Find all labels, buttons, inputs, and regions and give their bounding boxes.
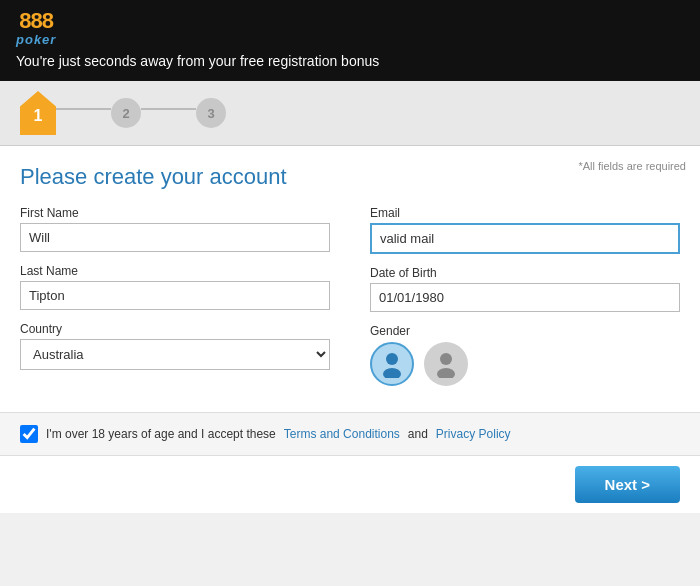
gender-label: Gender <box>370 324 680 338</box>
svg-point-2 <box>440 353 452 365</box>
logo-888-text: 888 <box>19 10 53 32</box>
form-col-left: First Name Last Name Country Australia U… <box>20 206 330 398</box>
terms-text-before: I'm over 18 years of age and I accept th… <box>46 427 276 441</box>
header: 888 poker You're just seconds away from … <box>0 0 700 81</box>
country-group: Country Australia United States United K… <box>20 322 330 370</box>
steps-bar: 1 2 3 <box>0 81 700 146</box>
form-col-right: Email Date of Birth Gender <box>370 206 680 398</box>
dob-label: Date of Birth <box>370 266 680 280</box>
step-1: 1 <box>20 91 56 135</box>
step-connector-1 <box>56 108 111 110</box>
logo-888: 888 poker <box>16 10 56 47</box>
dob-group: Date of Birth <box>370 266 680 312</box>
gender-male-icon[interactable] <box>370 342 414 386</box>
terms-checkbox[interactable] <box>20 425 38 443</box>
step-2: 2 <box>111 98 141 128</box>
svg-point-0 <box>386 353 398 365</box>
svg-point-1 <box>383 368 401 378</box>
country-select[interactable]: Australia United States United Kingdom C… <box>20 339 330 370</box>
female-silhouette <box>432 350 460 378</box>
bottom-bar: Next > <box>0 456 700 513</box>
privacy-link[interactable]: Privacy Policy <box>436 427 511 441</box>
last-name-group: Last Name <box>20 264 330 310</box>
logo-container: 888 poker <box>16 10 58 47</box>
logo-poker-text: poker <box>16 32 56 47</box>
gender-female-icon[interactable] <box>424 342 468 386</box>
first-name-group: First Name <box>20 206 330 252</box>
terms-bar: I'm over 18 years of age and I accept th… <box>0 412 700 456</box>
header-tagline: You're just seconds away from your free … <box>16 53 379 69</box>
svg-point-3 <box>437 368 455 378</box>
email-input[interactable] <box>370 223 680 254</box>
gender-row <box>370 342 680 386</box>
step-1-label: 1 <box>20 91 56 135</box>
next-button[interactable]: Next > <box>575 466 680 503</box>
email-label: Email <box>370 206 680 220</box>
terms-text-middle: and <box>408 427 428 441</box>
first-name-label: First Name <box>20 206 330 220</box>
last-name-input[interactable] <box>20 281 330 310</box>
gender-group: Gender <box>370 324 680 386</box>
country-label: Country <box>20 322 330 336</box>
dob-input[interactable] <box>370 283 680 312</box>
terms-link[interactable]: Terms and Conditions <box>284 427 400 441</box>
form-columns: First Name Last Name Country Australia U… <box>20 206 680 398</box>
email-group: Email <box>370 206 680 254</box>
step-connector-2 <box>141 108 196 110</box>
required-note: *All fields are required <box>578 160 686 172</box>
step-3: 3 <box>196 98 226 128</box>
male-silhouette <box>378 350 406 378</box>
first-name-input[interactable] <box>20 223 330 252</box>
last-name-label: Last Name <box>20 264 330 278</box>
main-content: *All fields are required Please create y… <box>0 146 700 412</box>
